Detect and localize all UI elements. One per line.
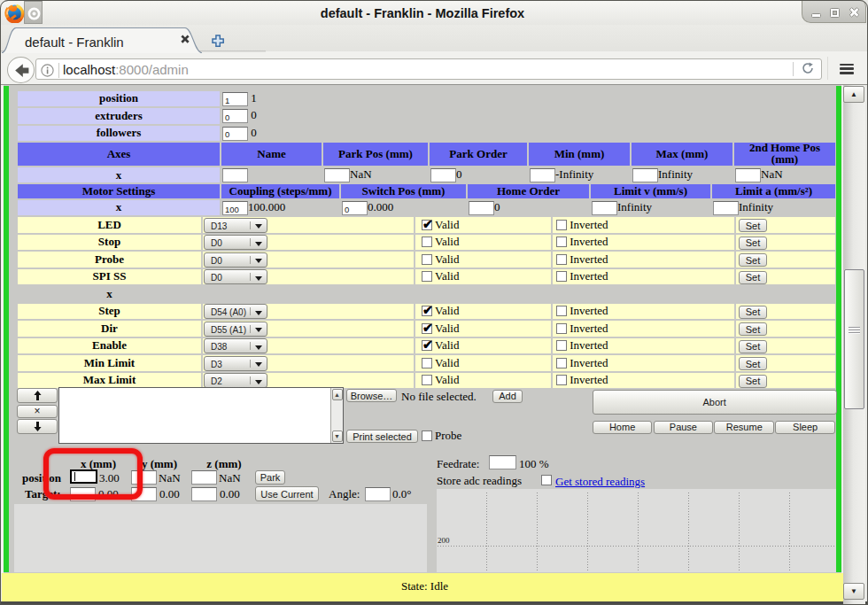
svg-text:200: 200 bbox=[438, 536, 450, 545]
